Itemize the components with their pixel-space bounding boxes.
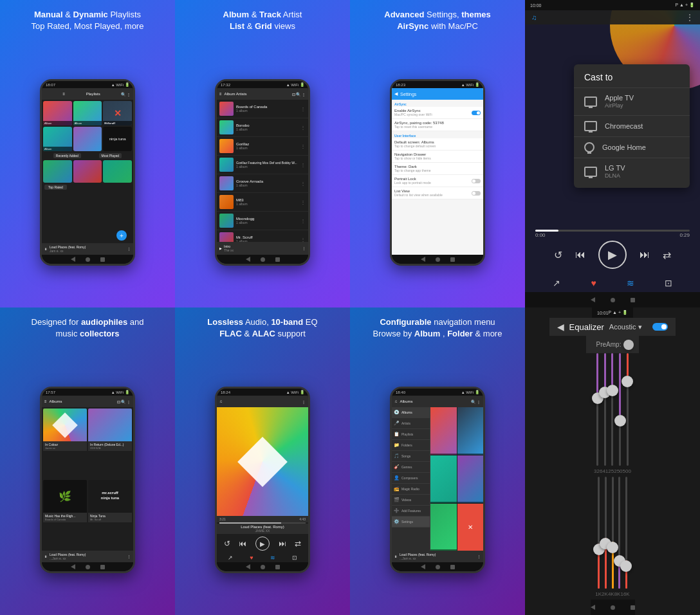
aa-item-1[interactable]: Bonobo 1 album ⋮ [217, 118, 308, 137]
eqz-band-track-1k[interactable] [598, 477, 600, 589]
eq-play-button[interactable]: ▶ [255, 537, 270, 551]
aa-dots-0[interactable]: ⋮ [300, 106, 306, 112]
settings-item-1[interactable]: AirSync, pairing code: 53748 Tap to rese… [392, 119, 483, 131]
pl-thumb-7[interactable] [43, 160, 72, 183]
aa-item-3[interactable]: Gorillaz Featuring Mos Def and Bobby W..… [217, 156, 308, 174]
nav-home[interactable] [86, 257, 90, 262]
nav-back-cast[interactable] [591, 297, 595, 302]
pl-thumb-9[interactable] [103, 160, 132, 183]
cast-option-google-home[interactable]: Google Home [574, 136, 690, 158]
nav-home-lossless[interactable] [261, 565, 265, 569]
toolbar-icons[interactable]: 🔍 ⋮ [121, 92, 131, 96]
nav-content-4[interactable] [430, 504, 457, 551]
nav-content-last[interactable]: ✕ [457, 504, 484, 551]
aa-item-6[interactable]: Moondogg 1 album ⋮ [217, 212, 308, 230]
toggle-portrait[interactable] [472, 179, 481, 183]
most-played-label[interactable]: Most Played [99, 153, 122, 158]
settings-item-2[interactable]: Default screen: Albums Tap to change def… [392, 138, 483, 151]
aa-item-4[interactable]: Groove Armada 1 album ⋮ [217, 174, 308, 193]
pl-thumb-2[interactable]: Album [73, 101, 102, 125]
albums-toolbar-icons[interactable]: ⊡ 🔍 ⋮ [117, 399, 131, 404]
nav-content-0[interactable] [430, 407, 457, 455]
nav-home-aa[interactable] [261, 257, 265, 262]
album-item-1[interactable]: In Return (Deluxe Ed...) ODESZA [88, 408, 132, 479]
pl-thumb-6[interactable]: ninja tuna [103, 127, 132, 151]
eq-share-icon[interactable]: ↗ [228, 555, 233, 561]
nav-back[interactable] [71, 257, 75, 262]
eq-next-icon[interactable]: ⏭ [279, 539, 286, 548]
aa-now-dots[interactable]: ⋮ [302, 246, 306, 250]
pause-icon-nav[interactable]: ⏸ [394, 555, 398, 558]
aa-item-7[interactable]: Mr. Scruff 1 album ⋮ [217, 230, 308, 242]
nav-recents-settings[interactable] [450, 257, 455, 262]
album-item-3[interactable]: mr.scruffninja tuna Ninja Tuna Mr. Scruf… [88, 480, 132, 550]
pl-thumb-1[interactable]: Album [43, 101, 72, 125]
shuffle-icon[interactable]: ⇄ [663, 249, 671, 261]
settings-item-6[interactable]: List View Default to list view when avai… [392, 187, 483, 199]
settings-item-0[interactable]: Enable AirSync Mac/PC syncing over WiFi [392, 107, 483, 119]
eq-cast-icon[interactable]: ⊡ [292, 555, 297, 561]
more-icon-albums[interactable]: ⋮ [127, 555, 131, 558]
sidebar-item-composers[interactable]: 👤 Composers [392, 473, 430, 484]
eqz-preset-selector[interactable]: Acoustic ▾ [609, 323, 643, 331]
more-icon-nav[interactable]: ⋮ [477, 555, 481, 558]
menu-icon-aa[interactable]: ≡ [219, 92, 222, 96]
aa-dots-1[interactable]: ⋮ [300, 125, 306, 131]
more-icon[interactable]: ⋮ [127, 247, 131, 251]
eqz-band-track-16k[interactable] [625, 477, 627, 589]
nav-content-2[interactable] [430, 455, 457, 503]
eqz-band-track-250[interactable] [619, 353, 621, 466]
nav-recents-albums[interactable] [100, 565, 105, 569]
aa-toolbar-icons[interactable]: ⊡ 🔍 ⋮ [292, 92, 306, 96]
pause-icon[interactable]: ⏸ [44, 247, 48, 251]
nav-recents-eqz[interactable] [631, 605, 635, 610]
eq-icon[interactable]: ≋ [627, 278, 634, 288]
pl-thumb-3[interactable]: ✕ MrScruff [103, 101, 132, 125]
eqz-thumb-16k[interactable] [620, 560, 632, 572]
pl-thumb-4[interactable]: Album [43, 127, 72, 151]
nav-back-settings[interactable] [421, 257, 425, 262]
pl-thumb-5[interactable] [73, 127, 102, 151]
top-rated-label[interactable]: Top Rated [44, 185, 67, 190]
toggle-listview[interactable] [472, 191, 481, 196]
sidebar-item-videos[interactable]: 🎬 Videos [392, 495, 430, 506]
preamp-thumb[interactable] [623, 340, 634, 350]
nav-home-settings[interactable] [436, 257, 440, 262]
eqz-thumb-4k[interactable] [607, 542, 618, 553]
eqz-enabled-toggle[interactable] [652, 323, 668, 331]
pause-icon-albums[interactable]: ⏸ [44, 555, 48, 558]
sidebar-item-add-features[interactable]: ➕ Add Features [392, 506, 430, 517]
aa-dots-5[interactable]: ⋮ [300, 199, 306, 205]
eqz-thumb-125[interactable] [607, 385, 618, 396]
heart-icon[interactable]: ♥ [591, 278, 596, 288]
play-icon-aa[interactable]: ▶ [219, 246, 222, 250]
next-icon[interactable]: ⏭ [640, 249, 650, 261]
eq-playlist-icon[interactable]: ♫ [219, 399, 223, 403]
aa-item-5[interactable]: M83 1 album ⋮ [217, 193, 308, 212]
nav-back-eqz[interactable] [591, 605, 595, 610]
eqz-band-track-64[interactable] [604, 353, 606, 466]
nav-back-lossless[interactable] [246, 564, 250, 569]
cast-option-chromecast[interactable]: Chromecast [574, 115, 690, 136]
sidebar-item-settings-nav[interactable]: ⚙️ Settings [392, 517, 430, 528]
aa-item-2[interactable]: Gorillaz 1 album ⋮ [217, 137, 308, 156]
cast-more-icon[interactable]: ⋮ [686, 13, 694, 22]
eqz-band-track-32[interactable] [596, 353, 598, 466]
settings-item-4[interactable]: Theme: Dark Tap to change app theme [392, 163, 483, 175]
eq-eq-icon[interactable]: ≋ [270, 555, 275, 561]
nav-back-aa[interactable] [246, 257, 250, 262]
eq-shuffle-icon[interactable]: ⇄ [295, 539, 301, 548]
album-item-2[interactable]: 🌿 Music Has the Righ... Boards of Canada [43, 480, 87, 550]
sidebar-item-artists[interactable]: 🎤 Artists [392, 418, 430, 429]
cast-option-lg-tv[interactable]: LG TV DLNA [574, 158, 690, 185]
cast-icon[interactable]: ⊡ [665, 278, 672, 288]
recently-added-label[interactable]: Recently Added [53, 153, 81, 158]
settings-item-5[interactable]: Portrait Lock Lock app to portrait mode [392, 175, 483, 187]
nav-recents-nav[interactable] [450, 565, 455, 569]
aa-dots-6[interactable]: ⋮ [300, 218, 306, 224]
prev-icon[interactable]: ⏮ [575, 249, 585, 261]
aa-dots-4[interactable]: ⋮ [300, 181, 306, 187]
nav-content-1[interactable] [457, 407, 484, 455]
sidebar-item-albums[interactable]: 💿 Albums [392, 407, 430, 418]
nav-toolbar-icons[interactable]: 🔍 ⋮ [471, 399, 481, 404]
